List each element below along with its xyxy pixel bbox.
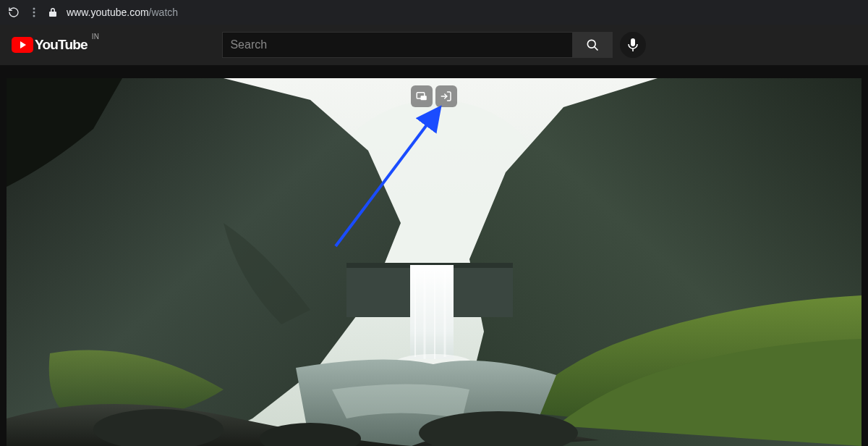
svg-rect-12 (410, 265, 454, 359)
pip-button[interactable] (411, 85, 433, 107)
reload-icon[interactable] (7, 6, 20, 19)
url-display[interactable]: www.youtube.com/watch (67, 7, 178, 18)
microphone-icon (627, 38, 639, 52)
search-button[interactable] (572, 32, 613, 58)
search-form (222, 32, 613, 58)
svg-point-0 (33, 8, 35, 10)
search-icon (585, 38, 600, 52)
svg-point-5 (588, 40, 596, 48)
youtube-wordmark: YouTube (35, 37, 88, 53)
enter-icon (440, 90, 453, 103)
voice-search-button[interactable] (620, 32, 646, 58)
svg-point-1 (33, 12, 35, 14)
browser-address-bar: www.youtube.com/watch (0, 0, 868, 25)
video-frame (7, 78, 861, 446)
url-path: /watch (149, 7, 178, 18)
picture-in-picture-icon (415, 90, 428, 103)
svg-rect-22 (421, 96, 427, 100)
lock-icon[interactable] (48, 7, 58, 17)
yt-header: YouTube IN (0, 25, 868, 65)
video-player[interactable] (7, 78, 861, 446)
youtube-logo[interactable]: YouTube (12, 37, 88, 53)
svg-line-6 (595, 47, 598, 51)
popin-button[interactable] (435, 85, 457, 107)
url-host: www.youtube.com (67, 7, 149, 18)
country-code: IN (92, 33, 99, 41)
svg-point-2 (33, 15, 35, 17)
search-input[interactable] (222, 32, 572, 58)
extension-overlay (411, 85, 457, 107)
svg-rect-7 (631, 38, 635, 46)
kebab-menu-icon[interactable] (29, 6, 39, 19)
